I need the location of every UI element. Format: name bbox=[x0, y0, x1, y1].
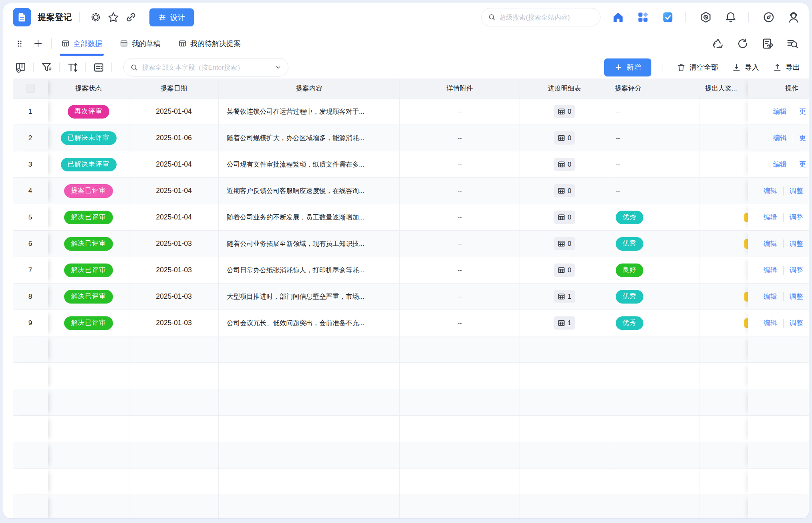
empty-cell bbox=[13, 363, 48, 389]
global-search[interactable] bbox=[481, 8, 600, 26]
edit-link[interactable]: 编辑 bbox=[764, 266, 777, 275]
table-icon bbox=[61, 39, 70, 48]
divider bbox=[783, 239, 784, 248]
attachment-cell: -- bbox=[400, 310, 520, 336]
apps-grid-icon[interactable] bbox=[636, 10, 650, 24]
secondary-action-link[interactable]: 调整 bbox=[790, 292, 803, 301]
action-cell: 编辑调整 bbox=[748, 204, 809, 231]
empty-row[interactable] bbox=[13, 389, 809, 416]
divider bbox=[51, 38, 52, 49]
field-search-input[interactable] bbox=[142, 64, 271, 71]
empty-row[interactable] bbox=[13, 416, 809, 442]
share-link-icon[interactable] bbox=[124, 10, 138, 24]
clear-all-button[interactable]: 清空全部 bbox=[677, 62, 718, 72]
progress-chip[interactable]: 0 bbox=[554, 158, 575, 171]
tab-my-drafts[interactable]: 我的草稿 bbox=[120, 31, 161, 56]
tab-my-pending[interactable]: 我的待解决提案 bbox=[178, 31, 241, 56]
secondary-action-link[interactable]: 更 bbox=[799, 160, 806, 169]
secondary-action-link[interactable]: 调整 bbox=[790, 239, 803, 248]
record-link-icon[interactable] bbox=[761, 37, 774, 50]
home-icon[interactable] bbox=[611, 10, 625, 24]
table-row[interactable]: 6解决已评审2025-01-03随着公司业务拓展至新领域，现有员工知识技...-… bbox=[13, 231, 809, 257]
table-row[interactable]: 3已解决未评审2025-01-04公司现有文件审批流程繁琐，纸质文件需在多...… bbox=[13, 151, 809, 178]
empty-row[interactable] bbox=[13, 495, 809, 518]
export-button[interactable]: 导出 bbox=[773, 62, 800, 72]
add-record-button[interactable]: 新增 bbox=[604, 58, 651, 76]
settings-gear-icon[interactable] bbox=[89, 10, 103, 24]
empty-row[interactable] bbox=[13, 469, 809, 495]
table-row[interactable]: 8解决已评审2025-01-03大型项目推进时，部门间信息壁垒严重，市场...-… bbox=[13, 284, 809, 310]
field-search[interactable] bbox=[123, 58, 288, 76]
status-badge: 解决已评审 bbox=[64, 211, 113, 224]
filter-icon[interactable] bbox=[40, 60, 53, 74]
progress-chip[interactable]: 0 bbox=[554, 237, 575, 250]
download-center-icon[interactable] bbox=[699, 10, 713, 24]
secondary-action-link[interactable]: 调整 bbox=[790, 213, 803, 222]
table-icon bbox=[178, 39, 187, 48]
attachment-cell: -- bbox=[400, 231, 520, 257]
status-cell: 解决已评审 bbox=[48, 284, 129, 310]
award-cell bbox=[699, 310, 748, 336]
empty-cell bbox=[699, 336, 748, 363]
content-cell: 大型项目推进时，部门间信息壁垒严重，市场... bbox=[219, 284, 400, 310]
tab-all-data[interactable]: 全部数据 bbox=[61, 31, 102, 56]
award-cell bbox=[699, 178, 748, 204]
empty-row[interactable] bbox=[13, 363, 809, 389]
progress-chip[interactable]: 0 bbox=[554, 131, 575, 145]
edit-link[interactable]: 编辑 bbox=[764, 292, 777, 301]
edit-link[interactable]: 编辑 bbox=[764, 186, 777, 195]
add-record-label: 新增 bbox=[627, 62, 641, 72]
action-cell: 编辑调整 bbox=[748, 178, 809, 204]
progress-chip[interactable]: 0 bbox=[554, 184, 575, 197]
secondary-action-link[interactable]: 更 bbox=[799, 133, 806, 143]
global-search-input[interactable] bbox=[500, 14, 594, 21]
progress-cell: 0 bbox=[520, 125, 609, 151]
progress-chip[interactable]: 1 bbox=[554, 316, 575, 330]
edit-link[interactable]: 编辑 bbox=[764, 239, 777, 248]
chevron-down-icon[interactable] bbox=[275, 63, 282, 71]
divider bbox=[793, 134, 793, 143]
progress-chip[interactable]: 0 bbox=[554, 264, 575, 277]
top-right-nav bbox=[481, 8, 801, 26]
edit-link[interactable]: 编辑 bbox=[764, 318, 777, 328]
table-row[interactable]: 1再次评审2025-01-04某餐饮连锁公司在运营过程中，发现顾客对于...--… bbox=[13, 99, 809, 125]
add-view-icon[interactable] bbox=[33, 38, 43, 49]
recycle-icon[interactable] bbox=[711, 37, 725, 50]
hide-fields-icon[interactable] bbox=[14, 60, 27, 74]
secondary-action-link[interactable]: 更 bbox=[799, 107, 806, 116]
support-avatar-icon[interactable] bbox=[786, 10, 801, 24]
tasks-check-icon[interactable] bbox=[661, 10, 675, 24]
table-row[interactable]: 2已解决未评审2025-01-06随着公司规模扩大，办公区域增多，能源消耗...… bbox=[13, 125, 809, 151]
select-all-checkbox[interactable] bbox=[26, 84, 35, 93]
design-button[interactable]: 设计 bbox=[149, 8, 194, 26]
table-row[interactable]: 4提案已评审2025-01-04近期客户反馈公司客服响应速度慢，在线咨询...-… bbox=[13, 178, 809, 204]
table-row[interactable]: 7解决已评审2025-01-03公司日常办公纸张消耗惊人，打印机墨盒等耗...-… bbox=[13, 257, 809, 284]
edit-link[interactable]: 编辑 bbox=[773, 107, 787, 116]
drag-dots-icon[interactable] bbox=[15, 39, 24, 48]
favorite-star-icon[interactable] bbox=[107, 10, 120, 24]
refresh-icon[interactable] bbox=[736, 37, 750, 50]
empty-row[interactable] bbox=[13, 442, 809, 469]
empty-cell bbox=[520, 442, 609, 469]
empty-cell bbox=[219, 495, 400, 518]
edit-link[interactable]: 编辑 bbox=[773, 160, 787, 169]
empty-row[interactable] bbox=[13, 336, 809, 363]
secondary-action-link[interactable]: 调整 bbox=[790, 318, 803, 328]
table-row[interactable]: 5解决已评审2025-01-04随着公司业务的不断发展，员工数量逐渐增加...-… bbox=[13, 204, 809, 231]
edit-link[interactable]: 编辑 bbox=[764, 213, 777, 222]
secondary-action-link[interactable]: 调整 bbox=[790, 186, 803, 195]
sort-icon[interactable] bbox=[66, 60, 79, 74]
find-records-icon[interactable] bbox=[786, 37, 799, 50]
progress-chip[interactable]: 1 bbox=[554, 290, 575, 303]
action-cell: 编辑更 bbox=[748, 151, 809, 178]
help-compass-icon[interactable] bbox=[762, 10, 776, 24]
empty-cell bbox=[219, 336, 400, 363]
import-button[interactable]: 导入 bbox=[732, 62, 759, 72]
progress-chip[interactable]: 0 bbox=[554, 105, 575, 118]
secondary-action-link[interactable]: 调整 bbox=[790, 266, 803, 275]
progress-chip[interactable]: 0 bbox=[554, 211, 575, 224]
table-row[interactable]: 9解决已评审2025-01-03公司会议冗长、低效问题突出，会前准备不充...-… bbox=[13, 310, 809, 336]
notifications-bell-icon[interactable] bbox=[723, 10, 738, 24]
row-height-icon[interactable] bbox=[92, 60, 105, 74]
edit-link[interactable]: 编辑 bbox=[773, 133, 787, 143]
